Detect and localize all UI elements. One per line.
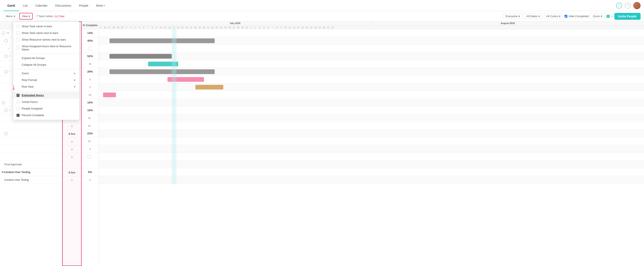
checkbox-show-assigned-hours[interactable] — [16, 46, 20, 50]
top-navigation: Gantt List Calendar Discussions People M… — [0, 0, 644, 11]
toolbar: Menu ▾ View ▾ 7 Tasks hidden. (x) Clear … — [0, 11, 644, 22]
gantt-row-2 — [99, 37, 644, 45]
main-content: Show Task name in bars Show Task name ne… — [0, 22, 644, 266]
gantt-row-9 — [99, 91, 644, 99]
task-row-15 — [0, 138, 62, 145]
all-colors-filter[interactable]: All Colors ▾ — [544, 13, 563, 19]
menu-item-show-resource-names[interactable]: Show Resource names next to bars — [13, 36, 79, 43]
menu-item-percent-complete[interactable]: ✓ Percent Complete — [13, 112, 79, 118]
menu-item-collapse-all[interactable]: Collapse All Groups — [13, 62, 79, 68]
pct-arrow-15[interactable]: ‹ — [90, 140, 92, 142]
clear-link[interactable]: (x) Clear — [55, 15, 64, 18]
menu-item-row-format[interactable]: Row Format ▶ — [13, 77, 79, 83]
zoom-chevron-icon: ▾ — [601, 14, 602, 18]
task-row-16 — [0, 145, 62, 153]
all-dates-filter[interactable]: All Dates ▾ — [524, 13, 542, 19]
pct-cell-1: 14% — [82, 29, 98, 37]
hide-completed-checkbox[interactable] — [564, 15, 567, 18]
gantt-row-16 — [99, 145, 644, 153]
menu-item-row-size[interactable]: Row Size ▶ — [13, 83, 79, 90]
pct-cell-19: 0% — [82, 168, 98, 176]
checkbox-percent-complete[interactable]: ✓ — [16, 114, 20, 117]
everyone-filter[interactable]: Everyone ▾ — [504, 13, 522, 19]
zoom-button[interactable]: Zoom ▾ — [590, 13, 604, 19]
menu-item-zoom[interactable]: Zoom ▶ — [13, 70, 79, 77]
menu-item-show-task-name-bars[interactable]: Show Task name in bars — [13, 23, 79, 30]
tab-list[interactable]: List — [19, 0, 32, 11]
tab-calendar[interactable]: Calendar — [31, 0, 51, 11]
menu-item-people-assigned[interactable]: People Assigned — [13, 105, 79, 112]
menu-divider-1 — [13, 54, 79, 54]
pct-cell-18 — [82, 160, 98, 168]
pct-cell-8: 0 — [82, 83, 98, 91]
menu-item-estimated-hours[interactable]: ✓ Estimated Hours — [13, 92, 79, 98]
menu-divider-3 — [13, 91, 79, 91]
avatar-image — [633, 2, 640, 9]
july-header: July 2018 — [99, 22, 372, 26]
pct-cell-9: 60 — [82, 91, 98, 99]
avatar[interactable] — [633, 2, 640, 9]
gantt-rows-container — [99, 29, 644, 184]
task-row-13 — [0, 122, 62, 130]
gantt-row-17 — [99, 153, 644, 160]
bar-row-6 — [110, 69, 215, 74]
tab-discussions[interactable]: Discussions — [51, 0, 75, 11]
checkbox-show-resource-names[interactable] — [16, 38, 20, 41]
gantt-row-12 — [99, 114, 644, 122]
pct-cell-4: 52% — [82, 52, 98, 60]
est-cell-20: 0 — [63, 176, 81, 184]
gantt-row-13 — [99, 122, 644, 130]
checkbox-show-task-name-next[interactable] — [16, 32, 20, 34]
tab-gantt[interactable]: Gantt — [4, 0, 19, 11]
menu-item-expand-all[interactable]: Expand All Groups — [13, 55, 79, 62]
pct-cell-3 — [82, 45, 98, 52]
toolbar-filters: Everyone ▾ All Dates ▾ All Colors ▾ Hide… — [504, 13, 640, 20]
pct-checkbox-3[interactable] — [88, 47, 92, 50]
pct-arrow-12[interactable]: ‹ — [90, 117, 92, 119]
est-cell-19: 0 hrs — [63, 169, 81, 176]
pct-checkbox-17[interactable] — [87, 155, 91, 158]
est-cell-18 — [63, 161, 81, 169]
color-swatch-button[interactable] — [606, 14, 610, 18]
pct-arrow-13[interactable]: ‹ — [90, 124, 92, 127]
est-cell-14: 0 hrs — [63, 130, 81, 138]
gantt-months-header: July 2018 August 2018 — [99, 22, 644, 26]
bar-row-4 — [110, 54, 172, 58]
est-cell-15: 0 — [63, 138, 81, 146]
menu-item-actual-hours[interactable]: Actual Hours — [13, 98, 79, 105]
menu-item-show-task-name-next[interactable]: Show Task name next to bars — [13, 30, 79, 36]
menu-item-show-assigned-hours[interactable]: Show Assigned Hours Next to Resource Nam… — [13, 43, 79, 53]
invite-people-button[interactable]: Invite People — [614, 13, 640, 20]
tab-more[interactable]: More ▾ — [92, 0, 108, 11]
nav-right: ⏱ ? — [616, 2, 640, 9]
color-swatch-chevron-icon[interactable]: ▾ — [612, 15, 613, 18]
gantt-row-7 — [99, 76, 644, 83]
pct-cell-17: ‹ — [82, 153, 98, 160]
gantt-days-header: 5262728293023456789101112131415161718192… — [99, 26, 644, 29]
everyone-chevron-icon: ▾ — [518, 14, 520, 18]
tab-people[interactable]: People — [75, 0, 92, 11]
colors-chevron-icon: ▾ — [559, 14, 560, 18]
dates-chevron-icon: ▾ — [538, 14, 540, 18]
clock-icon[interactable]: ⏱ — [616, 2, 622, 8]
view-button[interactable]: View ▾ — [19, 13, 33, 20]
menu-button[interactable]: Menu ▾ — [4, 13, 18, 19]
task-row-14 — [0, 130, 62, 138]
pct-arrow-17[interactable]: ‹ — [91, 156, 93, 158]
percent-complete-column: % Complete 14% 40% 52% 45 29% 0 0 60 16%… — [82, 22, 99, 266]
task-row-conduct-task: Conduct User Testing — [0, 176, 62, 184]
pct-cell-5: 45 — [82, 60, 98, 68]
task-row-17 — [0, 153, 62, 160]
checkbox-actual-hours[interactable] — [16, 100, 20, 104]
bar-row-2 — [110, 38, 215, 43]
more-chevron-icon: ▾ — [104, 4, 105, 7]
checkbox-estimated-hours[interactable]: ✓ — [16, 94, 20, 97]
hidden-tasks-label: 7 Tasks hidden. (x) Clear — [36, 15, 64, 18]
hide-completed-toggle[interactable]: Hide Completed — [564, 14, 588, 18]
help-icon[interactable]: ? — [625, 2, 631, 8]
gantt-row-1 — [99, 29, 644, 37]
checkbox-show-task-name-bars[interactable] — [16, 25, 20, 28]
checkbox-people-assigned[interactable] — [16, 107, 20, 110]
gantt-row-14 — [99, 130, 644, 138]
august-header: August 2018 — [372, 22, 644, 26]
